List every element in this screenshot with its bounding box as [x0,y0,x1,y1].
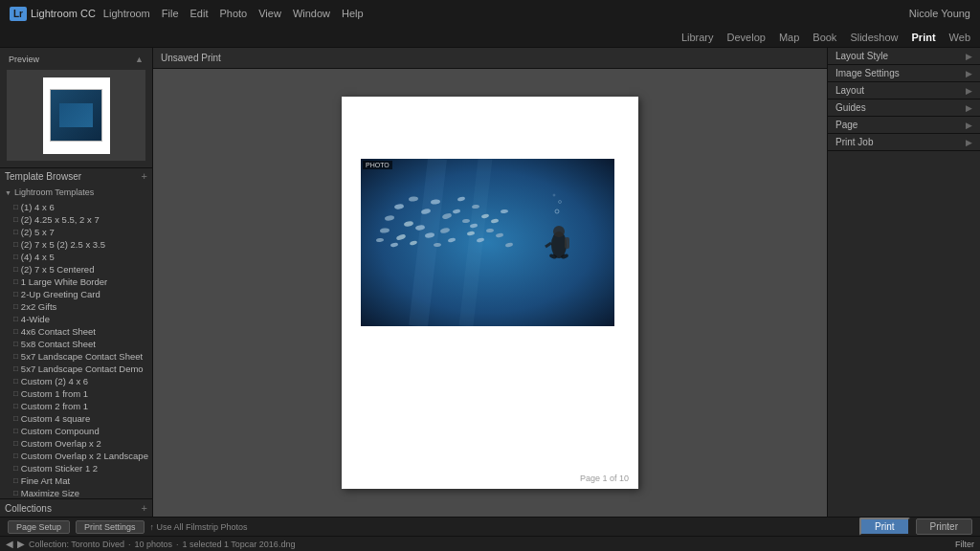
filmstrip-prev[interactable]: ◀ [6,539,13,549]
layout-section: Layout ▶ [828,82,980,99]
print-job-header[interactable]: Print Job ▶ [828,134,980,150]
template-item-4[interactable]: (2) 7 x 5 (2) 2.5 x 3.5 [0,238,152,251]
template-browser-header[interactable]: Template Browser + [0,167,152,184]
template-item-5[interactable]: (4) 4 x 5 [0,251,152,263]
preview-box [7,70,145,161]
template-item-19[interactable]: Custom Compound [0,425,152,437]
template-browser-content: Lightroom Templates (1) 4 x 6 (2) 4.25 x… [0,184,152,498]
template-item-16[interactable]: Custom 1 from 1 [0,387,152,400]
printer-button[interactable]: Printer [916,518,972,535]
print-photo-container: PHOTO [361,159,619,326]
module-slideshow[interactable]: Slideshow [850,32,898,43]
print-settings-button[interactable]: Print Settings [76,520,145,534]
filmstrip-count: 10 photos [134,540,172,549]
module-book[interactable]: Book [813,32,836,43]
lr-logo-box: Lr [10,7,27,21]
template-item-14[interactable]: 5x7 Landscape Contact Demo [0,363,152,375]
template-item-11[interactable]: 4x6 Contact Sheet [0,325,152,338]
right-panel: Layout Style ▶ Image Settings ▶ Layout ▶… [827,48,980,517]
top-bar-left: Lr Lightroom CC Lightroom File Edit Phot… [10,7,364,21]
image-settings-arrow: ▶ [966,69,972,78]
preview-photo [50,89,102,142]
layout-arrow: ▶ [966,86,972,96]
collections-plus[interactable]: + [142,502,147,514]
filmstrip-filter-label: Filter [955,540,974,549]
template-item-12[interactable]: 5x8 Contact Sheet [0,338,152,350]
print-photo: PHOTO [361,159,614,326]
template-item-20[interactable]: Custom Overlap x 2 [0,437,152,450]
page-header[interactable]: Page ▶ [828,117,980,133]
module-web[interactable]: Web [949,32,970,43]
layout-style-label: Layout Style [835,51,888,61]
module-map[interactable]: Map [779,32,799,43]
left-panel: Preview ▲ Template Browser + [0,48,153,517]
filmstrip-next[interactable]: ▶ [17,539,25,549]
template-browser-plus[interactable]: + [142,170,147,182]
page-label: Page [835,120,858,130]
filmstrip-toolbar: ◀ ▶ Collection: Toronto Dived · 10 photo… [0,537,980,551]
toolbar-info: ↑ Use All Filmstrip Photos [150,522,854,532]
print-button[interactable]: Print [859,518,910,536]
template-browser-label: Template Browser [5,171,81,182]
template-item-13[interactable]: 5x7 Landscape Contact Sheet [0,350,152,363]
template-item-22[interactable]: Custom Sticker 1 2 [0,462,152,474]
top-bar: Lr Lightroom CC Lightroom File Edit Phot… [0,0,980,27]
module-library[interactable]: Library [681,32,714,43]
template-item-6[interactable]: (2) 7 x 5 Centered [0,263,152,276]
print-job-arrow: ▶ [966,138,972,147]
template-item-1[interactable]: (1) 4 x 6 [0,201,152,213]
layout-style-section: Layout Style ▶ [828,48,980,65]
template-item-3[interactable]: (2) 5 x 7 [0,226,152,238]
layout-style-header[interactable]: Layout Style ▶ [828,48,980,64]
layout-header[interactable]: Layout ▶ [828,82,980,99]
template-item-18[interactable]: Custom 4 square [0,412,152,425]
svg-rect-35 [565,237,569,249]
underwater-svg [361,159,614,326]
collections-header[interactable]: Collections + [0,499,152,517]
guides-header[interactable]: Guides ▶ [828,99,980,116]
template-item-23[interactable]: Fine Art Mat [0,474,152,487]
filmstrip-divider: · [128,540,131,549]
photo-badge: PHOTO [363,161,392,169]
template-item-2[interactable]: (2) 4.25 x 5.5, 2 x 7 [0,213,152,226]
lr-logo[interactable]: Lr Lightroom CC [10,7,96,21]
menu-lightroom[interactable]: Lightroom [103,8,150,19]
page-section: Page ▶ [828,117,980,134]
filmstrip-collection: Collection: Toronto Dived [29,540,124,549]
menu-help[interactable]: Help [342,8,364,19]
main: Preview ▲ Template Browser + [0,48,980,517]
template-item-21[interactable]: Custom Overlap x 2 Landscape [0,450,152,462]
preview-header[interactable]: Preview ▲ [4,52,148,67]
template-item-8[interactable]: 2-Up Greeting Card [0,288,152,300]
module-develop[interactable]: Develop [727,32,766,43]
bottom-toolbar: Page Setup Print Settings ↑ Use All Film… [0,517,980,536]
menu-view[interactable]: View [258,8,281,19]
filmstrip: ◀ ▶ Collection: Toronto Dived · 10 photo… [0,536,980,551]
menu-file[interactable]: File [162,8,179,19]
user-name: Nicole Young [909,8,970,19]
template-item-10[interactable]: 4-Wide [0,313,152,325]
app-name: Lightroom CC [31,8,96,19]
print-job-label: Print Job [835,137,873,147]
menu-window[interactable]: Window [293,8,330,19]
filmstrip-selected: 1 selected 1 Topcar 2016.dng [182,540,295,549]
menu-photo[interactable]: Photo [219,8,247,19]
module-nav: Library Develop Map Book Slideshow Print… [0,27,980,48]
template-item-15[interactable]: Custom (2) 4 x 6 [0,375,152,387]
module-print[interactable]: Print [912,32,936,43]
template-item-7[interactable]: 1 Large White Border [0,276,152,288]
guides-label: Guides [835,102,866,113]
preview-inner [43,77,110,154]
menu-edit[interactable]: Edit [190,8,209,19]
filmstrip-divider2: · [176,540,179,549]
print-page: PHOTO [342,97,638,489]
image-settings-header[interactable]: Image Settings ▶ [828,65,980,81]
page-setup-button[interactable]: Page Setup [8,520,70,534]
top-menu: Lightroom File Edit Photo View Window He… [103,8,364,19]
template-item-24[interactable]: Maximize Size [0,487,152,498]
top-bar-right: Nicole Young [909,8,970,19]
layout-label: Layout [835,85,864,96]
lightroom-templates-group[interactable]: Lightroom Templates [0,184,152,201]
template-item-17[interactable]: Custom 2 from 1 [0,400,152,412]
template-item-9[interactable]: 2x2 Gifts [0,300,152,313]
